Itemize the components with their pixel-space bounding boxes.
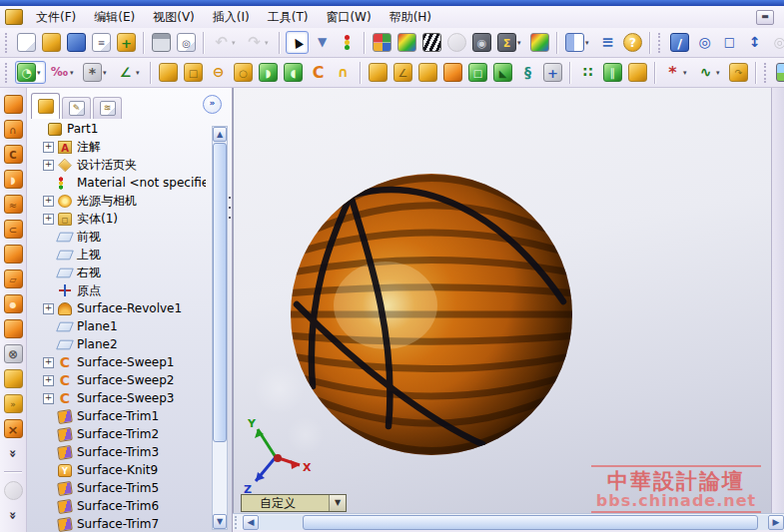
tree-item-surface-sweep3[interactable]: +CSurface-Sweep3 <box>29 389 206 407</box>
swept-surface-button[interactable]: C <box>2 143 25 166</box>
section-camera-dropdown-icon[interactable]: ▾ <box>517 39 524 47</box>
tree-item-surface-sweep1[interactable]: +CSurface-Sweep1 <box>29 353 206 371</box>
expand-icon[interactable]: + <box>43 393 54 404</box>
tree-item-上视[interactable]: 上视 <box>29 246 206 264</box>
tree-item-光源与相机[interactable]: +光源与相机 <box>29 192 206 210</box>
hscroll-thumb[interactable] <box>303 515 758 530</box>
tree-item-注解[interactable]: +A注解 <box>29 138 206 156</box>
task-pane-collapsed[interactable] <box>771 88 784 513</box>
tree-scroll-up-icon[interactable]: ▲ <box>213 127 227 142</box>
tree-item-part1[interactable]: Part1 <box>29 120 206 138</box>
tree-item-material-not-specified-[interactable]: Material <not specified> <box>29 174 206 192</box>
reuse-folder-button[interactable]: ↷ <box>727 61 750 84</box>
gear-tool-button[interactable]: *▾ <box>81 61 112 84</box>
panel-splitter-handle[interactable] <box>228 193 232 227</box>
wrap-button[interactable] <box>441 61 464 84</box>
tab-featuremanager[interactable] <box>31 93 60 119</box>
expand-icon[interactable]: + <box>43 196 54 207</box>
select-button[interactable]: ▲ <box>286 31 309 54</box>
gear-tool-dropdown-icon[interactable]: ▾ <box>103 69 110 77</box>
help-button[interactable]: ? <box>621 31 644 54</box>
hscroll-track[interactable] <box>259 515 768 530</box>
extruded-surface-button[interactable] <box>2 93 25 116</box>
dome-button[interactable]: ∩ <box>332 61 355 84</box>
sketch-point-button[interactable]: *▾ <box>661 61 692 84</box>
offset-surface-button[interactable]: ⊂ <box>2 218 25 241</box>
menu-item-4[interactable]: 工具(T) <box>259 7 318 28</box>
ruled-surface-button[interactable] <box>2 243 25 266</box>
view-orientation-combo[interactable]: 自定义 ▼ <box>241 494 347 512</box>
window-layout-button[interactable]: ▾ <box>563 31 594 54</box>
move-copy-body-button[interactable] <box>626 61 649 84</box>
zebra-stripes-button[interactable] <box>420 31 443 54</box>
stoplight-button[interactable] <box>336 31 359 54</box>
shell-button[interactable]: □ <box>466 61 489 84</box>
lofted-boss-button[interactable]: ◖ <box>282 61 305 84</box>
toolbar-grip[interactable] <box>764 63 770 83</box>
tree-item-plane1[interactable]: Plane1 <box>29 317 206 335</box>
redo-dropdown-icon[interactable]: ▾ <box>265 39 272 47</box>
tree-item-surface-trim6[interactable]: Surface-Trim6 <box>29 497 206 515</box>
toolbar-grip[interactable] <box>5 63 11 83</box>
linear-pattern-button[interactable]: ∷ <box>576 61 599 84</box>
tree-item-右视[interactable]: 右视 <box>29 264 206 281</box>
fillet-button[interactable] <box>367 61 390 84</box>
new-document-button[interactable] <box>15 31 38 54</box>
extend-surface-button[interactable]: » <box>2 392 25 415</box>
sweep-path-button[interactable]: C <box>307 61 330 84</box>
lofted-surface-button[interactable]: ◗ <box>2 168 25 191</box>
sketch-point-dropdown-icon[interactable]: ▾ <box>683 69 690 77</box>
fly-through-button[interactable]: / <box>668 31 691 54</box>
view-combo-dropdown-icon[interactable]: ▼ <box>329 495 346 511</box>
expand-icon[interactable]: + <box>43 142 54 153</box>
spline-dropdown-icon[interactable]: ▾ <box>716 69 723 77</box>
tree-item-surface-trim5[interactable]: Surface-Trim5 <box>29 479 206 497</box>
trim-surface-button[interactable]: × <box>2 417 25 440</box>
tree-item-surface-trim7[interactable]: Surface-Trim7 <box>29 515 206 532</box>
chamfer-button[interactable]: ∠ <box>392 61 414 84</box>
realview-render-button[interactable] <box>395 31 418 54</box>
extruded-boss-button[interactable] <box>157 61 180 84</box>
tree-item-实体-1-[interactable]: +◻实体(1) <box>29 210 206 228</box>
toolbar-grip[interactable] <box>5 33 11 53</box>
undo-dropdown-icon[interactable]: ▾ <box>232 39 239 47</box>
revolved-boss-button[interactable]: ○ <box>232 61 255 84</box>
hscroll-left-icon[interactable]: ◀ <box>243 515 259 530</box>
options-button[interactable]: ≡ <box>596 31 619 54</box>
menu-item-3[interactable]: 插入(I) <box>204 7 259 28</box>
expand-icon[interactable]: + <box>43 303 54 314</box>
revolved-surface-button[interactable]: ∩ <box>2 118 25 141</box>
tree-item-设计活页夹[interactable]: +设计活页夹 <box>29 156 206 174</box>
expand-icon[interactable]: + <box>43 357 54 368</box>
menu-item-5[interactable]: 窗口(W) <box>317 7 380 28</box>
planar-surface-button[interactable]: ▱ <box>2 267 25 290</box>
model-basketball[interactable] <box>234 88 771 513</box>
dimension-group-dropdown-icon[interactable]: ▾ <box>70 69 77 77</box>
dimension-group-button[interactable]: ‰▾ <box>48 61 79 84</box>
tree-item-surface-revolve1[interactable]: +Surface-Revolve1 <box>29 299 206 317</box>
tree-item-原点[interactable]: 原点 <box>29 281 206 299</box>
mirror-button[interactable]: ∥ <box>601 61 624 84</box>
make-assembly-from-part-button[interactable]: + <box>115 31 138 54</box>
tree-scroll-down-icon[interactable]: ▼ <box>213 514 227 529</box>
tree-item-surface-trim1[interactable]: Surface-Trim1 <box>29 407 206 425</box>
surfaces-overflow-button[interactable]: » <box>2 442 25 465</box>
extrude-group-button[interactable]: ◔▾ <box>15 61 46 84</box>
color-swatches-button[interactable] <box>371 31 393 54</box>
tab-propertymanager[interactable]: ✎ <box>62 97 91 119</box>
horizontal-scrollbar[interactable]: ◀ ▶ <box>233 513 784 530</box>
zoom-to-fit-button[interactable]: ◎ <box>693 31 716 54</box>
tree-item-surface-sweep2[interactable]: +CSurface-Sweep2 <box>29 371 206 389</box>
tree-item-surface-trim2[interactable]: Surface-Trim2 <box>29 425 206 443</box>
selection-filter-button[interactable]: ▼ <box>311 31 334 54</box>
toolbar-grip[interactable] <box>658 33 664 53</box>
sketch-group-button[interactable]: ∠▾ <box>114 61 145 84</box>
swept-boss-button[interactable]: ◗ <box>257 61 280 84</box>
revolve-axis-button[interactable]: ⊖ <box>207 61 230 84</box>
rib-button[interactable] <box>416 61 439 84</box>
zoom-to-area-button[interactable]: □ <box>718 31 741 54</box>
menu-item-6[interactable]: 帮助(H) <box>381 7 440 28</box>
tree-item-plane2[interactable]: Plane2 <box>29 335 206 353</box>
boundary-surface-button[interactable]: ≈ <box>2 193 25 216</box>
delete-face-button[interactable]: ⊗ <box>2 342 25 365</box>
